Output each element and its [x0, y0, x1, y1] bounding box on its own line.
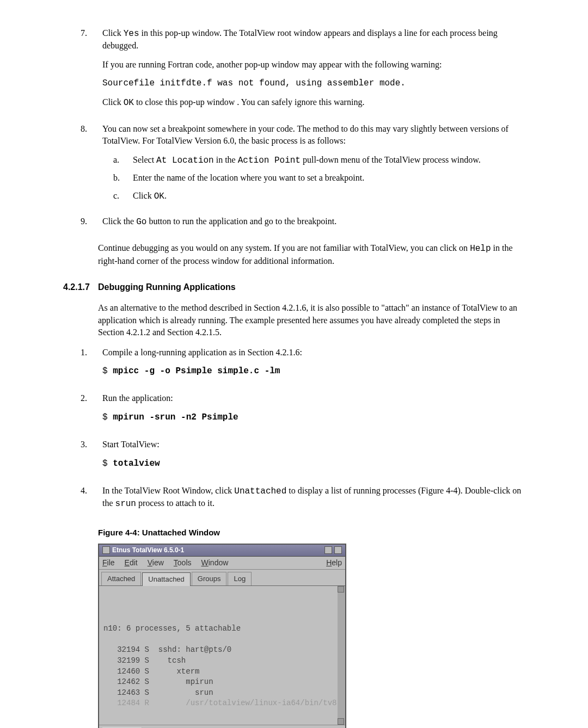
- step-8b: b. Enter the name of the location where …: [113, 172, 528, 184]
- dbg-step-1: 1. Compile a long-running application as…: [81, 347, 528, 385]
- menu-file[interactable]: File: [102, 558, 115, 569]
- continue-para: Continue debugging as you would on any s…: [98, 242, 528, 267]
- process-row[interactable]: 12484 R /usr/totalview/linux-ia64/bin/tv…: [103, 699, 336, 707]
- dbg-step-4: 4. In the TotalView Root Window, click U…: [81, 485, 528, 517]
- step-7-num: 7.: [81, 27, 102, 115]
- process-row[interactable]: 12462 S mpirun: [103, 677, 213, 686]
- tab-groups[interactable]: Groups: [192, 572, 227, 585]
- process-row[interactable]: 12463 S srun: [103, 688, 213, 697]
- section-heading: 4.2.1.7 Debugging Running Applications: [98, 281, 544, 293]
- step-8: 8. You can now set a breakpoint somewher…: [81, 123, 528, 208]
- tabbar: Attached Unattached Groups Log: [99, 570, 345, 586]
- step-9-num: 9.: [81, 215, 102, 235]
- section-title: Debugging Running Applications: [98, 281, 236, 293]
- scroll-down-icon[interactable]: [338, 718, 344, 725]
- window-menu-icon[interactable]: [102, 546, 110, 554]
- tab-log[interactable]: Log: [228, 572, 252, 585]
- step-7-p2: If you are running Fortran code, another…: [102, 59, 528, 71]
- dbg-step-2: 2. Run the application: $ mpirun -srun -…: [81, 392, 528, 431]
- step-9-text: Click the Go button to run the applicati…: [102, 215, 528, 228]
- dbg-step-3: 3. Start TotalView: $ totalview: [81, 439, 528, 477]
- menu-edit[interactable]: Edit: [125, 558, 138, 569]
- step-7-p1: Click Yes in this pop-up window. The Tot…: [102, 27, 528, 52]
- step-8-p1: You can now set a breakpoint somewhere i…: [102, 123, 528, 147]
- process-heading: n10: 6 processes, 5 attachable: [103, 624, 241, 633]
- window-title: Etnus TotalView 6.5.0-1: [112, 546, 184, 555]
- step-9: 9. Click the Go button to run the applic…: [81, 215, 528, 235]
- section-number: 4.2.1.7: [63, 281, 98, 293]
- dbg-step-3-cmd: $ totalview: [102, 458, 528, 470]
- tab-unattached[interactable]: Unattached: [142, 572, 191, 586]
- window-footer: Update: [99, 725, 345, 728]
- dbg-step-2-cmd: $ mpirun -srun -n2 Psimple: [102, 411, 528, 423]
- process-row[interactable]: 12460 S xterm: [103, 667, 199, 676]
- window-min-icon[interactable]: [324, 546, 332, 554]
- window-max-icon[interactable]: [334, 546, 342, 554]
- section-intro: As an alternative to the method describe…: [98, 302, 528, 338]
- dbg-step-4-text: In the TotalView Root Window, click Unat…: [102, 485, 528, 510]
- step-8-num: 8.: [81, 123, 102, 208]
- process-row[interactable]: 32199 S tcsh: [103, 656, 186, 665]
- tab-attached[interactable]: Attached: [101, 572, 141, 585]
- menu-help[interactable]: Help: [326, 558, 342, 569]
- step-8a: a. Select At Location in the Action Poin…: [113, 154, 528, 166]
- totalview-window: Etnus TotalView 6.5.0-1 File Edit View T…: [98, 544, 346, 728]
- scroll-up-icon[interactable]: [338, 586, 344, 593]
- menu-window[interactable]: Window: [201, 558, 229, 569]
- step-8c: c. Click OK.: [113, 190, 528, 202]
- step-7: 7. Click Yes in this pop-up window. The …: [81, 27, 528, 115]
- step-7-p3: Click OK to close this pop-up window . Y…: [102, 96, 528, 109]
- process-list[interactable]: n10: 6 processes, 5 attachable 32194 S s…: [99, 586, 345, 725]
- dbg-step-1-cmd: $ mpicc -g -o Psimple simple.c -lm: [102, 365, 528, 377]
- step-7-code: Sourcefile initfdte.f was not found, usi…: [102, 77, 528, 89]
- process-row[interactable]: 32194 S sshd: hart@pts/0: [103, 645, 231, 654]
- menubar: File Edit View Tools Window Help: [99, 557, 345, 570]
- titlebar: Etnus TotalView 6.5.0-1: [99, 545, 345, 557]
- figure-caption: Figure 4-4: Unattached Window: [98, 527, 528, 538]
- menu-tools[interactable]: Tools: [174, 558, 192, 569]
- menu-view[interactable]: View: [148, 558, 164, 569]
